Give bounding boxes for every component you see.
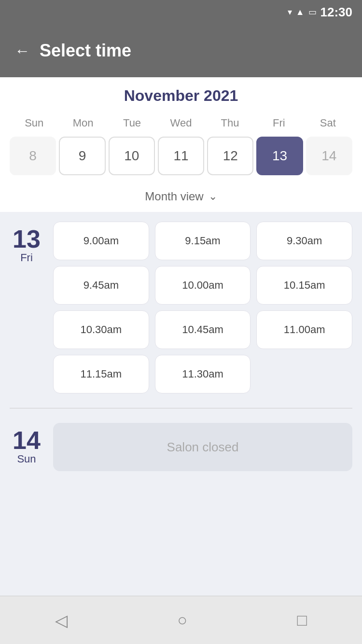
date-13[interactable]: 13 bbox=[256, 137, 303, 175]
header: ← Select time bbox=[0, 24, 362, 77]
date-12[interactable]: 12 bbox=[207, 137, 253, 175]
status-bar: ▾ ▲ ▭ 12:30 bbox=[0, 0, 362, 24]
month-view-toggle[interactable]: Month view ⌄ bbox=[10, 183, 352, 212]
day-label-13: 13 Fri bbox=[10, 222, 43, 393]
date-9[interactable]: 9 bbox=[59, 137, 105, 175]
day-number-13: 13 bbox=[13, 226, 41, 252]
nav-recents-button[interactable]: □ bbox=[297, 611, 307, 630]
day-name-13: Fri bbox=[20, 252, 33, 264]
day-name-14: Sun bbox=[17, 453, 36, 465]
salon-closed-label: Salon closed bbox=[167, 440, 239, 455]
chevron-down-icon: ⌄ bbox=[209, 190, 217, 203]
day-label-14: 14 Sun bbox=[10, 423, 43, 471]
time-slot-1015am[interactable]: 10.15am bbox=[256, 266, 352, 305]
day-block-13: 13 Fri 9.00am 9.15am 9.30am 9.45am 10.00… bbox=[10, 222, 352, 393]
date-10[interactable]: 10 bbox=[109, 137, 155, 175]
weekday-fri: Fri bbox=[254, 114, 303, 132]
time-slot-915am[interactable]: 9.15am bbox=[155, 222, 251, 260]
weekday-thu: Thu bbox=[206, 114, 254, 132]
date-14: 14 bbox=[306, 137, 352, 175]
nav-back-button[interactable]: ◁ bbox=[55, 611, 68, 630]
page-title: Select time bbox=[40, 41, 131, 61]
weekday-wed: Wed bbox=[156, 114, 205, 132]
wifi-icon: ▾ bbox=[288, 7, 292, 17]
time-slot-1045am[interactable]: 10.45am bbox=[155, 310, 251, 349]
nav-bar: ◁ ○ □ bbox=[0, 596, 362, 644]
day-divider bbox=[10, 408, 352, 408]
date-row: 8 9 10 11 12 13 14 bbox=[10, 137, 352, 175]
weekday-mon: Mon bbox=[58, 114, 107, 132]
weekday-sun: Sun bbox=[10, 114, 58, 132]
back-button[interactable]: ← bbox=[14, 43, 30, 58]
salon-closed-grid: Salon closed bbox=[53, 423, 352, 471]
day-number-14: 14 bbox=[13, 428, 41, 453]
signal-icon: ▲ bbox=[296, 7, 305, 17]
status-time: 12:30 bbox=[320, 5, 353, 20]
date-8: 8 bbox=[10, 137, 56, 175]
time-slot-900am[interactable]: 9.00am bbox=[53, 222, 149, 260]
battery-icon: ▭ bbox=[308, 7, 317, 17]
nav-home-button[interactable]: ○ bbox=[177, 611, 187, 630]
day-block-14: 14 Sun Salon closed bbox=[10, 423, 352, 471]
month-view-label: Month view bbox=[145, 190, 203, 203]
month-title: November 2021 bbox=[10, 87, 352, 105]
time-slot-945am[interactable]: 9.45am bbox=[53, 266, 149, 305]
time-slot-930am[interactable]: 9.30am bbox=[256, 222, 352, 260]
status-icons: ▾ ▲ ▭ 12:30 bbox=[288, 5, 352, 20]
weekday-sat: Sat bbox=[304, 114, 352, 132]
salon-closed-box: Salon closed bbox=[53, 423, 352, 471]
times-grid-13: 9.00am 9.15am 9.30am 9.45am 10.00am 10.1… bbox=[53, 222, 352, 393]
time-slot-1030am[interactable]: 10.30am bbox=[53, 310, 149, 349]
calendar-section: November 2021 Sun Mon Tue Wed Thu Fri Sa… bbox=[0, 77, 362, 212]
weekday-row: Sun Mon Tue Wed Thu Fri Sat bbox=[10, 114, 352, 132]
time-slot-1115am[interactable]: 11.15am bbox=[53, 355, 149, 393]
times-section: 13 Fri 9.00am 9.15am 9.30am 9.45am 10.00… bbox=[0, 212, 362, 596]
time-slot-1000am[interactable]: 10.00am bbox=[155, 266, 251, 305]
weekday-tue: Tue bbox=[108, 114, 156, 132]
time-slot-1130am[interactable]: 11.30am bbox=[155, 355, 251, 393]
date-11[interactable]: 11 bbox=[158, 137, 204, 175]
time-slot-1100am[interactable]: 11.00am bbox=[256, 310, 352, 349]
